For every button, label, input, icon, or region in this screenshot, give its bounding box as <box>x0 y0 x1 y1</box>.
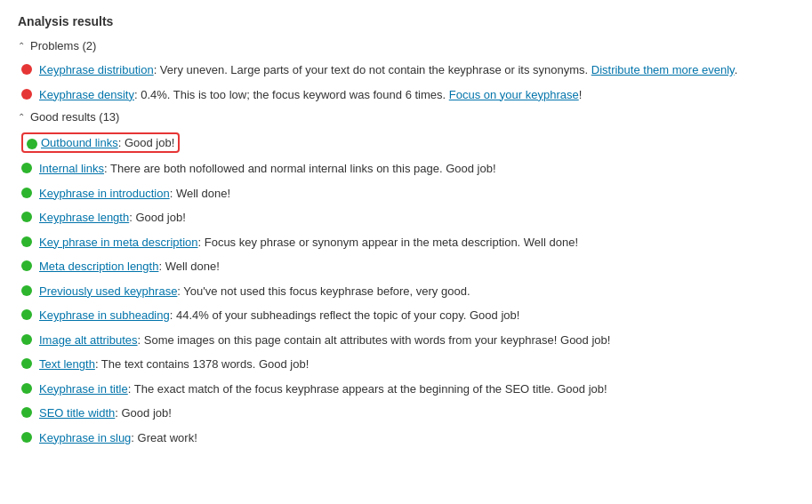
good-link-keyphrase-length[interactable]: Keyphrase length <box>39 211 129 224</box>
green-dot <box>21 163 32 173</box>
good-text: Key phrase in meta description: Focus ke… <box>39 234 578 252</box>
red-dot <box>21 89 32 100</box>
good-link-previously-used-keyphrase[interactable]: Previously used keyphrase <box>39 284 177 298</box>
good-results-section: ⌃ Good results (13) Outbound links: Good… <box>18 110 794 446</box>
good-item-keyphrase-in-subheading: Keyphrase in subheading: 44.4% of your s… <box>18 307 794 324</box>
good-item-keyphrase-length: Keyphrase length: Good job! <box>18 209 794 227</box>
good-item-image-alt-attributes: Image alt attributes: Some images on thi… <box>18 332 794 349</box>
green-dot <box>27 139 37 149</box>
good-text: Text length: The text contains 1378 word… <box>39 356 309 373</box>
good-item-meta-description-length: Meta description length: Well done! <box>18 258 794 276</box>
good-link-image-alt-attributes[interactable]: Image alt attributes <box>39 333 138 347</box>
green-dot <box>21 212 32 222</box>
problem-text: Keyphrase density: 0.4%. This is too low… <box>39 86 582 104</box>
green-dot <box>21 358 32 369</box>
green-dot <box>21 432 32 443</box>
good-item-internal-links: Internal links: There are both nofollowe… <box>18 160 794 178</box>
problems-list: Keyphrase distribution: Very uneven. Lar… <box>18 61 794 103</box>
good-text: SEO title width: Good job! <box>39 404 172 422</box>
good-item-key-phrase-in-meta-description: Key phrase in meta description: Focus ke… <box>18 234 794 252</box>
good-results-list: Outbound links: Good job!Internal links:… <box>18 132 794 446</box>
good-results-header[interactable]: ⌃ Good results (13) <box>18 110 794 124</box>
action-link-keyphrase-density[interactable]: Focus on your keyphrase <box>449 88 579 101</box>
good-link-key-phrase-in-meta-description[interactable]: Key phrase in meta description <box>39 236 197 249</box>
good-item-keyphrase-in-title: Keyphrase in title: The exact match of t… <box>18 380 794 398</box>
problem-item-keyphrase-distribution: Keyphrase distribution: Very uneven. Lar… <box>18 61 794 79</box>
good-link-text-length[interactable]: Text length <box>39 357 95 371</box>
problem-text: Keyphrase distribution: Very uneven. Lar… <box>39 61 737 79</box>
good-link-keyphrase-in-title[interactable]: Keyphrase in title <box>39 382 128 396</box>
problem-link-keyphrase-distribution[interactable]: Keyphrase distribution <box>39 63 154 76</box>
green-dot <box>21 260 32 271</box>
good-link-internal-links[interactable]: Internal links <box>39 162 104 175</box>
good-results-header-label: Good results (13) <box>30 110 119 124</box>
good-link-meta-description-length[interactable]: Meta description length <box>39 260 158 273</box>
good-item-text-length: Text length: The text contains 1378 word… <box>18 356 794 373</box>
good-text: Keyphrase length: Good job! <box>39 209 186 227</box>
good-text: Keyphrase in introduction: Well done! <box>39 185 230 203</box>
good-text: Meta description length: Well done! <box>39 258 220 276</box>
chevron-up-icon-good: ⌃ <box>18 112 25 122</box>
green-dot <box>21 285 32 296</box>
red-dot <box>21 64 32 75</box>
good-link-keyphrase-in-introduction[interactable]: Keyphrase in introduction <box>39 187 170 200</box>
green-dot <box>21 309 32 320</box>
green-dot <box>21 236 32 247</box>
problems-header[interactable]: ⌃ Problems (2) <box>18 39 794 52</box>
good-item-outbound-links: Outbound links: Good job! <box>18 132 794 153</box>
chevron-up-icon: ⌃ <box>18 41 25 51</box>
good-item-keyphrase-in-slug: Keyphrase in slug: Great work! <box>18 429 794 447</box>
good-item-previously-used-keyphrase: Previously used keyphrase: You've not us… <box>18 283 794 300</box>
good-text: Image alt attributes: Some images on thi… <box>39 332 610 349</box>
good-text: Keyphrase in slug: Great work! <box>39 429 197 447</box>
problems-header-label: Problems (2) <box>30 39 96 52</box>
action-link-keyphrase-distribution[interactable]: Distribute them more evenly <box>591 63 735 76</box>
green-dot <box>21 407 32 418</box>
good-text: Keyphrase in subheading: 44.4% of your s… <box>39 307 519 324</box>
good-item-keyphrase-in-introduction: Keyphrase in introduction: Well done! <box>18 185 794 203</box>
good-item-seo-title-width: SEO title width: Good job! <box>18 404 794 422</box>
good-link-keyphrase-in-subheading[interactable]: Keyphrase in subheading <box>39 308 170 322</box>
problems-section: ⌃ Problems (2) Keyphrase distribution: V… <box>18 39 794 103</box>
green-dot <box>21 188 32 198</box>
good-text: Internal links: There are both nofollowe… <box>39 160 496 178</box>
highlighted-box: Outbound links: Good job! <box>21 132 180 153</box>
analysis-results-container: Analysis results ⌃ Problems (2) Keyphras… <box>18 14 794 446</box>
good-text: Keyphrase in title: The exact match of t… <box>39 380 607 398</box>
good-text: Outbound links: Good job! <box>41 136 174 149</box>
page-title: Analysis results <box>18 14 794 28</box>
good-link-seo-title-width[interactable]: SEO title width <box>39 406 115 420</box>
problem-link-keyphrase-density[interactable]: Keyphrase density <box>39 88 134 101</box>
green-dot <box>21 334 32 345</box>
good-text: Previously used keyphrase: You've not us… <box>39 283 470 300</box>
problem-item-keyphrase-density: Keyphrase density: 0.4%. This is too low… <box>18 86 794 104</box>
green-dot <box>21 383 32 394</box>
good-link-outbound-links[interactable]: Outbound links <box>41 136 118 149</box>
good-link-keyphrase-in-slug[interactable]: Keyphrase in slug <box>39 431 131 444</box>
